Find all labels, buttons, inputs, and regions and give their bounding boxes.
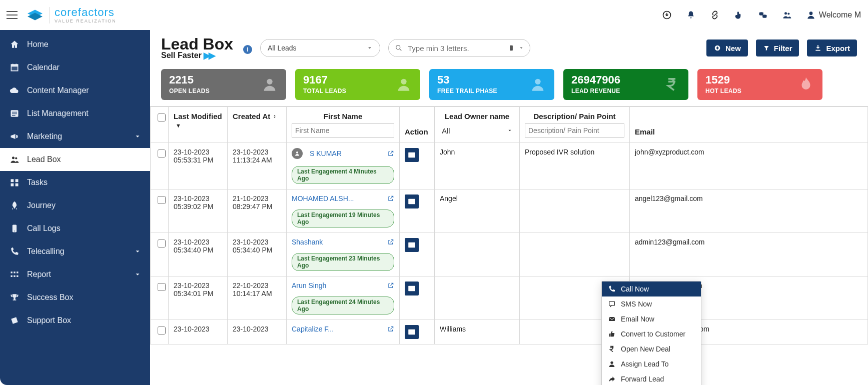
- link-icon[interactable]: [710, 10, 720, 20]
- lead-name-link[interactable]: S KUMAR: [310, 150, 342, 158]
- sidebar-item-report[interactable]: Report: [0, 263, 150, 286]
- page-title: Lead Box: [161, 36, 233, 52]
- ctx-convert-to-customer[interactable]: Convert to Customer: [602, 326, 701, 342]
- ctx-email-now[interactable]: Email Now: [602, 312, 701, 326]
- row-checkbox[interactable]: [158, 326, 166, 334]
- sidebar-item-list-management[interactable]: List Management: [0, 102, 150, 125]
- new-button[interactable]: New: [706, 40, 748, 56]
- row-checkbox[interactable]: [158, 196, 166, 204]
- home-icon: [9, 39, 20, 50]
- row-checkbox[interactable]: [158, 150, 166, 158]
- external-link-icon[interactable]: [387, 238, 394, 246]
- lead-name-link[interactable]: Capitalize F...: [292, 325, 334, 333]
- cell-owner: Williams: [435, 320, 520, 344]
- stat-card-hot-leads[interactable]: 1529HOT LEADS: [697, 69, 822, 100]
- filter-button[interactable]: Filter: [756, 40, 799, 56]
- row-action-button[interactable]: [405, 238, 419, 252]
- ctx-item-label: SMS Now: [621, 300, 652, 308]
- sidebar-item-telecalling[interactable]: Telecalling: [0, 240, 150, 263]
- stat-card-total-leads[interactable]: 9167TOTAL LEADS: [295, 69, 420, 100]
- description-filter-input[interactable]: [525, 124, 624, 138]
- info-icon[interactable]: i: [243, 45, 252, 54]
- sidebar-item-call-logs[interactable]: Call Logs: [0, 217, 150, 240]
- engagement-badge: Last Engagement 23 Minutes Ago: [292, 253, 394, 271]
- row-checkbox[interactable]: [158, 240, 166, 248]
- sidebar-item-home[interactable]: Home: [0, 33, 150, 56]
- mobile-search-icon[interactable]: [508, 44, 515, 52]
- ctx-forward-lead[interactable]: Forward Lead: [602, 372, 701, 385]
- ctx-call-now[interactable]: Call Now: [602, 282, 701, 296]
- caret-down-icon: [507, 128, 512, 133]
- sidebar-item-lead-box[interactable]: Lead Box: [0, 148, 150, 171]
- cell-last-modified: 23-10-202305:34:40 PM: [169, 233, 228, 276]
- lead-name-link[interactable]: MOHAMED ALSH...: [292, 194, 354, 202]
- brand-name: corefactors: [55, 7, 117, 18]
- new-button-label: New: [725, 44, 741, 52]
- col-created-at[interactable]: Created At: [228, 107, 287, 143]
- stat-value: 9167: [303, 74, 346, 86]
- search-input[interactable]: [407, 44, 504, 53]
- user-icon: [395, 76, 412, 93]
- table-row: 23-10-202305:53:31 PM 23-10-202311:13:24…: [151, 143, 868, 190]
- sidebar-item-support-box[interactable]: Support Box: [0, 309, 150, 332]
- sidebar-item-label: Support Box: [27, 316, 71, 325]
- external-link-icon[interactable]: [387, 195, 394, 202]
- menu-toggle[interactable]: [5, 8, 19, 22]
- stat-value: 26947906: [571, 74, 620, 86]
- sidebar-item-marketing[interactable]: Marketing: [0, 125, 150, 148]
- bell-icon[interactable]: [686, 10, 696, 20]
- lead-filter-select[interactable]: All Leads: [260, 39, 380, 57]
- lead-type-icon: [292, 148, 303, 159]
- col-last-modified[interactable]: Last Modified ▼: [169, 107, 228, 143]
- owner-filter-select[interactable]: All: [440, 124, 514, 138]
- stat-card-lead-revenue[interactable]: 26947906LEAD REVENUE: [563, 69, 688, 100]
- cell-description: Proposed IVR solution: [520, 143, 630, 190]
- row-checkbox[interactable]: [158, 283, 166, 291]
- lead-name-link[interactable]: Arun Singh: [292, 282, 326, 290]
- list-icon: [9, 108, 20, 119]
- ctx-sms-now[interactable]: SMS Now: [602, 296, 701, 312]
- col-owner: Lead Owner name All: [435, 107, 520, 143]
- grid-icon: [9, 177, 20, 188]
- caret-down-icon: [367, 45, 373, 51]
- users-header-icon[interactable]: [782, 10, 792, 20]
- cell-owner: John: [435, 143, 520, 190]
- export-button-label: Export: [826, 44, 850, 52]
- sidebar-item-calendar[interactable]: Calendar: [0, 56, 150, 79]
- sidebar-item-journey[interactable]: Journey: [0, 194, 150, 217]
- sidebar-item-success-box[interactable]: Success Box: [0, 286, 150, 309]
- sidebar-item-content-manager[interactable]: Content Manager: [0, 79, 150, 102]
- row-action-button[interactable]: [405, 282, 419, 296]
- select-all-checkbox[interactable]: [158, 114, 166, 122]
- brand-tagline: value realization: [55, 19, 117, 24]
- export-button[interactable]: Export: [807, 40, 857, 56]
- stat-card-free-trail-phase[interactable]: 53FREE TRAIL PHASE: [429, 69, 554, 100]
- row-action-button[interactable]: [405, 194, 419, 208]
- plus-icon: [713, 44, 721, 52]
- welcome-menu[interactable]: Welcome M: [806, 10, 861, 20]
- cell-last-modified: 23-10-202305:53:31 PM: [169, 143, 228, 190]
- hand-icon[interactable]: [734, 10, 744, 20]
- forward-icon: [608, 375, 616, 383]
- row-action-button[interactable]: [405, 148, 419, 162]
- search-box[interactable]: [388, 39, 530, 57]
- stat-card-open-leads[interactable]: 2215OPEN LEADS: [161, 69, 286, 100]
- external-link-icon[interactable]: [387, 326, 394, 332]
- row-action-button[interactable]: [405, 325, 419, 339]
- first-name-filter-input[interactable]: [292, 124, 394, 138]
- external-link-icon[interactable]: [387, 150, 394, 157]
- lead-name-link[interactable]: Shashank: [292, 238, 323, 246]
- download-icon[interactable]: [662, 10, 672, 20]
- ctx-assign-lead-to[interactable]: Assign Lead To: [602, 356, 701, 372]
- sidebar-item-label: Tasks: [27, 178, 48, 187]
- coins-icon[interactable]: [758, 10, 768, 20]
- dots-icon: [9, 269, 20, 280]
- sidebar-item-tasks[interactable]: Tasks: [0, 171, 150, 194]
- main-content: Lead Box Sell Faster ▶▶ i All Leads: [150, 30, 868, 385]
- external-link-icon[interactable]: [387, 282, 394, 289]
- brand-logo[interactable]: corefactors value realization: [26, 6, 117, 24]
- sort-desc-icon: ▼: [176, 122, 181, 128]
- ctx-open-new-deal[interactable]: Open New Deal: [602, 342, 701, 356]
- table-row: 23-10-202305:34:01 PM 22-10-202310:14:17…: [151, 276, 868, 320]
- caret-down-icon[interactable]: [519, 46, 524, 50]
